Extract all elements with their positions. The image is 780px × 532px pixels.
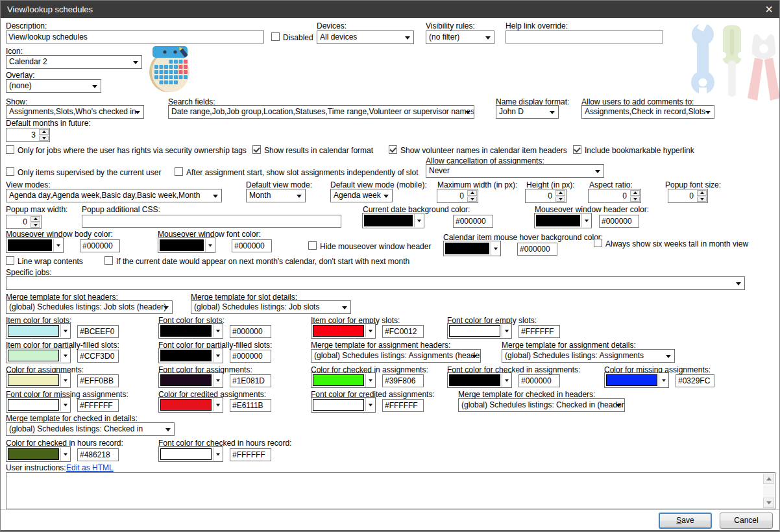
edit-as-html-link[interactable]: Edit as HTML — [66, 463, 114, 472]
default-view-mobile-select[interactable]: Agenda week — [330, 189, 393, 202]
disabled-checkbox[interactable] — [271, 32, 280, 41]
hours-record-hex-input[interactable] — [77, 448, 119, 461]
icon-select[interactable]: Calendar 2 — [6, 55, 142, 69]
search-fields-select[interactable]: Date range,Job,Job group,Location,Status… — [168, 105, 474, 119]
after-start-checkbox[interactable] — [175, 167, 183, 176]
up-arrow-icon[interactable] — [467, 190, 477, 196]
checked-in-hex-input[interactable] — [382, 374, 424, 387]
view-modes-select[interactable]: Agenda day,Agenda week,Basic day,Basic w… — [6, 189, 222, 202]
scroll-up-icon[interactable] — [763, 474, 774, 484]
up-arrow-icon[interactable] — [697, 190, 707, 196]
merge-checked-in-details-select[interactable]: (global) Schedules listings: Checked in — [6, 422, 175, 436]
down-arrow-icon[interactable] — [30, 223, 40, 228]
credited-hex-input[interactable] — [230, 399, 271, 412]
specific-jobs-select[interactable] — [6, 276, 745, 290]
merge-checked-in-headers-select[interactable]: (global) Schedules listings: Checked in … — [458, 398, 625, 412]
height-stepper[interactable]: 0 — [525, 189, 567, 203]
font-empty-slots-color-picker[interactable] — [447, 323, 512, 339]
calendar-hover-bg-hex-input[interactable] — [517, 243, 557, 256]
volunteer-names-checkbox[interactable] — [389, 145, 397, 154]
popup-css-input[interactable] — [82, 215, 341, 228]
item-partial-slots-hex-input[interactable] — [77, 350, 119, 363]
line-wrap-checkbox[interactable] — [6, 256, 14, 265]
next-month-checkbox[interactable] — [104, 256, 113, 265]
font-hours-record-color-picker[interactable] — [158, 446, 223, 462]
help-link-input[interactable] — [506, 30, 663, 43]
ownership-checkbox[interactable] — [6, 145, 14, 154]
item-slots-color-picker[interactable] — [6, 323, 71, 339]
calendar-hover-bg-color-picker[interactable] — [443, 241, 501, 256]
user-instructions-textarea[interactable] — [6, 472, 775, 509]
up-arrow-icon[interactable] — [630, 190, 640, 196]
font-slots-hex-input[interactable] — [230, 325, 271, 338]
save-button[interactable]: Save — [659, 513, 712, 529]
calendar-format-checkbox[interactable] — [252, 145, 261, 154]
mouseover-body-hex-input[interactable] — [80, 239, 120, 252]
hours-record-color-picker[interactable] — [6, 446, 71, 462]
devices-select[interactable]: All devices — [317, 30, 414, 44]
item-slots-hex-input[interactable] — [77, 325, 119, 338]
max-width-stepper[interactable]: 0 — [437, 189, 478, 203]
font-partial-slots-color-picker[interactable] — [158, 348, 223, 363]
font-hours-record-hex-input[interactable] — [230, 448, 271, 461]
font-credited-hex-input[interactable] — [382, 399, 424, 412]
popup-font-size-stepper[interactable]: 0 — [668, 189, 708, 203]
font-assignments-color-picker[interactable] — [158, 372, 223, 388]
comments-select[interactable]: Assignments,Check in record,Slots — [581, 105, 714, 119]
six-weeks-checkbox[interactable] — [594, 239, 602, 247]
up-arrow-icon[interactable] — [39, 129, 49, 135]
font-missing-color-picker[interactable] — [6, 397, 71, 413]
merge-assignment-headers-select[interactable]: (global) Schedules listings: Assignments… — [311, 349, 481, 363]
show-select[interactable]: Assignments,Slots,Who's checked in — [6, 105, 144, 119]
checked-in-color-picker[interactable] — [311, 372, 376, 388]
up-arrow-icon[interactable] — [30, 216, 40, 222]
font-credited-color-picker[interactable] — [311, 397, 376, 413]
credited-color-picker[interactable] — [158, 397, 223, 413]
item-empty-slots-color-picker[interactable] — [311, 323, 376, 339]
close-icon[interactable]: × — [761, 1, 777, 18]
merge-assignment-details-select[interactable]: (global) Schedules listings: Assignments — [502, 349, 675, 363]
down-arrow-icon[interactable] — [467, 197, 477, 202]
supervised-checkbox[interactable] — [6, 167, 14, 176]
font-partial-slots-hex-input[interactable] — [230, 350, 271, 363]
current-date-bg-hex-input[interactable] — [453, 215, 493, 228]
description-input[interactable] — [6, 30, 264, 43]
item-partial-slots-color-picker[interactable] — [6, 348, 71, 363]
aspect-ratio-stepper[interactable]: 0 — [588, 189, 641, 203]
merge-slot-headers-select[interactable]: (global) Schedules listings: Job slots (… — [6, 300, 173, 314]
font-checked-in-color-picker[interactable] — [447, 372, 512, 388]
popup-max-width-stepper[interactable]: 0 — [6, 215, 42, 229]
mouseover-body-color-picker[interactable] — [6, 237, 64, 253]
missing-hex-input[interactable] — [676, 374, 714, 387]
assignments-color-picker[interactable] — [6, 372, 71, 388]
up-arrow-icon[interactable] — [555, 190, 565, 196]
item-empty-slots-hex-input[interactable] — [382, 325, 424, 338]
font-checked-in-hex-input[interactable] — [518, 374, 560, 387]
cancellation-select[interactable]: Never — [426, 164, 604, 178]
down-arrow-icon[interactable] — [697, 197, 707, 202]
name-display-select[interactable]: John D — [496, 105, 559, 119]
down-arrow-icon[interactable] — [39, 136, 49, 141]
mouseover-font-color-picker[interactable] — [158, 237, 215, 253]
overlay-select[interactable]: (none) — [6, 79, 101, 93]
font-empty-slots-hex-input[interactable] — [518, 325, 560, 338]
current-date-bg-color-picker[interactable] — [362, 213, 424, 228]
visibility-rules-select[interactable]: (no filter) — [426, 30, 494, 44]
hide-mouseover-header-checkbox[interactable] — [308, 241, 317, 250]
assignments-hex-input[interactable] — [77, 374, 119, 387]
months-future-stepper[interactable]: 3 — [6, 128, 50, 142]
mouseover-header-color-picker[interactable] — [534, 213, 592, 228]
scrollbar[interactable] — [763, 474, 774, 508]
down-arrow-icon[interactable] — [630, 197, 640, 202]
down-arrow-icon[interactable] — [555, 197, 565, 202]
merge-slot-details-select[interactable]: (global) Schedules listings: Job slots — [191, 300, 351, 314]
font-missing-hex-input[interactable] — [77, 399, 119, 412]
bookmarkable-checkbox[interactable] — [573, 145, 581, 154]
default-view-select[interactable]: Month — [246, 189, 306, 202]
font-slots-color-picker[interactable] — [158, 323, 223, 339]
scroll-down-icon[interactable] — [763, 498, 774, 508]
missing-color-picker[interactable] — [604, 372, 669, 388]
mouseover-header-hex-input[interactable] — [599, 215, 639, 228]
font-assignments-hex-input[interactable] — [230, 374, 271, 387]
cancel-button[interactable]: Cancel — [720, 513, 773, 529]
